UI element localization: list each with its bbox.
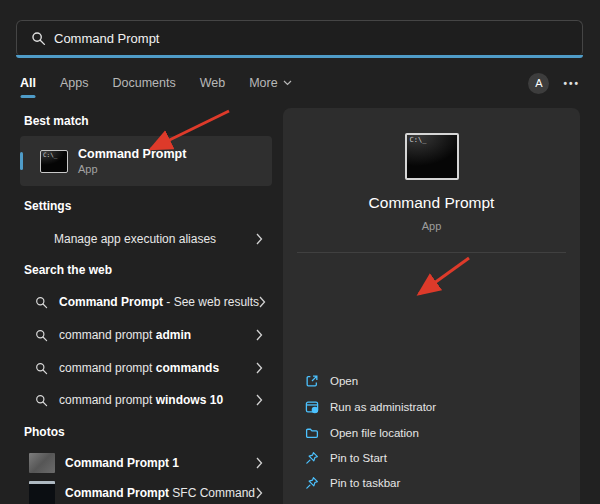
tab-documents[interactable]: Documents xyxy=(112,76,175,90)
tab-web[interactable]: Web xyxy=(200,76,225,90)
photo-result-row[interactable]: Command Prompt 1 xyxy=(20,451,272,475)
preview-panel: C:\_ Command Prompt App Open Run as admi… xyxy=(283,108,580,504)
best-match-title: Command Prompt xyxy=(78,147,186,161)
open-icon xyxy=(305,374,319,388)
profile-avatar[interactable]: A xyxy=(528,73,549,94)
tab-apps[interactable]: Apps xyxy=(60,76,89,90)
search-icon xyxy=(35,362,49,375)
chevron-right-icon[interactable] xyxy=(259,296,266,308)
search-the-web-header: Search the web xyxy=(24,263,112,277)
action-pin-to-taskbar[interactable]: Pin to taskbar xyxy=(283,472,580,494)
pin-icon xyxy=(305,451,319,465)
action-open-file-location[interactable]: Open file location xyxy=(283,422,580,444)
photo-thumbnail xyxy=(29,481,55,504)
search-accent-underline xyxy=(16,55,583,58)
start-search-flyout: Command Prompt All Apps Documents Web Mo… xyxy=(0,0,600,504)
action-pin-to-start[interactable]: Pin to Start xyxy=(283,447,580,469)
more-options-icon[interactable]: ••• xyxy=(563,78,580,89)
tab-all[interactable]: All xyxy=(20,76,36,90)
chevron-right-icon[interactable] xyxy=(256,394,263,406)
command-prompt-icon-large: C:\_ xyxy=(405,133,459,180)
search-icon xyxy=(35,394,49,407)
settings-header: Settings xyxy=(24,199,71,213)
active-tab-underline xyxy=(20,95,35,98)
search-query-text: Command Prompt xyxy=(54,31,159,46)
web-suggestion-row[interactable]: Command Prompt - See web results xyxy=(20,290,272,314)
chevron-right-icon[interactable] xyxy=(256,457,263,469)
settings-result-row[interactable]: Manage app execution aliases xyxy=(20,227,272,251)
action-open[interactable]: Open xyxy=(283,370,580,392)
search-icon xyxy=(31,31,46,46)
search-input[interactable]: Command Prompt xyxy=(16,20,583,55)
photos-header: Photos xyxy=(24,425,65,439)
panel-divider xyxy=(297,252,566,253)
chevron-right-icon[interactable] xyxy=(256,329,263,341)
best-match-header: Best match xyxy=(24,114,89,128)
best-match-subtitle: App xyxy=(78,163,186,175)
tab-more[interactable]: More xyxy=(249,76,291,90)
pin-icon xyxy=(305,476,319,490)
command-prompt-icon: C:\_ xyxy=(40,150,68,173)
run-as-admin-icon xyxy=(305,400,319,414)
panel-app-subtitle: App xyxy=(283,220,580,232)
selection-accent-bar xyxy=(20,152,23,170)
best-match-result[interactable]: C:\_ Command Prompt App xyxy=(20,136,272,186)
web-suggestion-row[interactable]: command prompt admin xyxy=(20,323,272,347)
photo-thumbnail xyxy=(29,453,55,473)
folder-icon xyxy=(305,426,319,440)
web-suggestion-row[interactable]: command prompt commands xyxy=(20,356,272,380)
photo-result-row[interactable]: Command Prompt SFC Command xyxy=(20,481,272,504)
search-filter-tabs: All Apps Documents Web More A ••• xyxy=(20,70,580,96)
panel-app-title: Command Prompt xyxy=(283,194,580,212)
search-icon xyxy=(35,329,49,342)
action-run-as-administrator[interactable]: Run as administrator xyxy=(283,396,580,418)
web-suggestion-row[interactable]: command prompt windows 10 xyxy=(20,388,272,412)
chevron-right-icon[interactable] xyxy=(256,233,263,245)
chevron-right-icon[interactable] xyxy=(256,362,263,374)
chevron-right-icon[interactable] xyxy=(256,487,263,499)
chevron-down-icon xyxy=(283,80,292,86)
search-icon xyxy=(35,296,49,309)
